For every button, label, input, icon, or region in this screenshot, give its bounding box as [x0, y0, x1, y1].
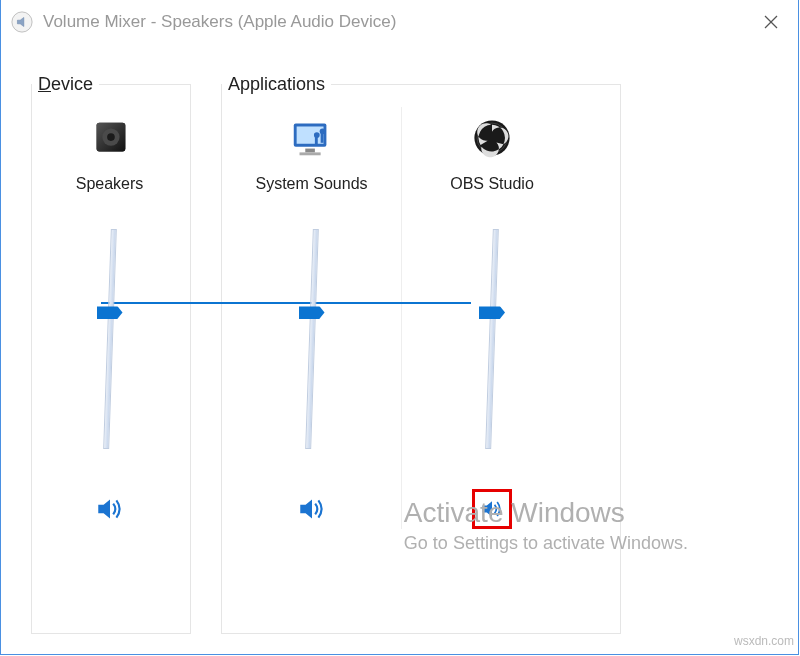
applications-section: Applications: [221, 74, 621, 634]
speaker-unmuted-icon: [296, 493, 328, 525]
device-volume-slider[interactable]: [102, 229, 118, 449]
titlebar: Volume Mixer - Speakers (Apple Audio Dev…: [1, 0, 798, 44]
device-label: Speakers: [76, 175, 144, 193]
device-mute-button[interactable]: [90, 489, 130, 529]
app-column-obs-studio: OBS Studio: [402, 107, 582, 529]
source-watermark: wsxdn.com: [734, 634, 794, 648]
obs-volume-slider[interactable]: [484, 229, 500, 449]
speaker-device-icon[interactable]: [85, 113, 135, 163]
svg-point-6: [107, 133, 115, 141]
app-column-system-sounds: System Sounds: [222, 107, 402, 529]
close-icon: [764, 15, 778, 29]
obs-studio-icon[interactable]: [467, 113, 517, 163]
system-sounds-mute-button[interactable]: [292, 489, 332, 529]
applications-legend: Applications: [222, 74, 331, 95]
system-sounds-volume-slider[interactable]: [304, 229, 320, 449]
app-label: System Sounds: [255, 175, 367, 193]
speaker-unmuted-icon: [94, 493, 126, 525]
device-legend: Device: [32, 74, 99, 95]
svg-rect-12: [320, 131, 323, 143]
speaker-unmuted-icon: [479, 493, 505, 525]
svg-rect-9: [305, 149, 315, 153]
system-sounds-icon[interactable]: [287, 113, 337, 163]
app-label: OBS Studio: [450, 175, 534, 193]
window-title: Volume Mixer - Speakers (Apple Audio Dev…: [43, 12, 744, 32]
master-link-line: [101, 302, 471, 304]
close-button[interactable]: [744, 0, 798, 44]
device-section: Device: [31, 74, 191, 634]
svg-rect-14: [314, 135, 317, 145]
volume-mixer-icon: [11, 11, 33, 33]
device-column: Speakers: [32, 107, 187, 529]
svg-rect-10: [299, 152, 320, 155]
obs-mute-button[interactable]: [472, 489, 512, 529]
